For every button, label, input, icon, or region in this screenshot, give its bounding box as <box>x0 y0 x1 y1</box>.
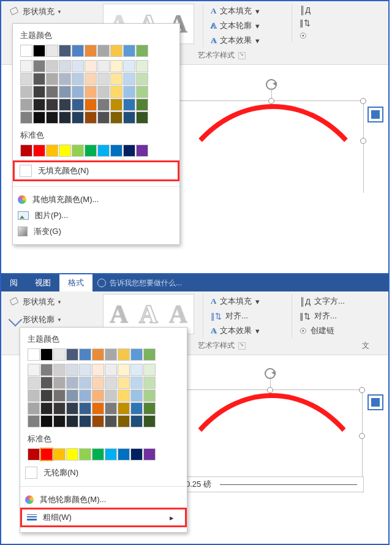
wordart-style-3[interactable]: A <box>169 299 187 329</box>
color-swatch[interactable] <box>46 111 58 124</box>
color-swatch[interactable] <box>123 99 135 111</box>
color-swatch[interactable] <box>130 348 143 361</box>
color-swatch[interactable] <box>33 111 45 124</box>
color-swatch[interactable] <box>110 99 123 111</box>
color-swatch[interactable] <box>79 348 91 361</box>
color-swatch[interactable] <box>20 73 32 85</box>
color-swatch[interactable] <box>72 111 84 124</box>
color-swatch[interactable] <box>46 99 58 111</box>
color-swatch[interactable] <box>79 377 91 389</box>
color-swatch[interactable] <box>40 448 53 460</box>
color-swatch[interactable] <box>105 415 117 427</box>
color-swatch[interactable] <box>40 389 53 402</box>
color-swatch[interactable] <box>46 73 58 85</box>
color-swatch[interactable] <box>53 348 66 361</box>
weight-item[interactable]: 粗细(W) ▸ <box>20 508 187 527</box>
align-text-button[interactable]: ‖⇅ 对齐... <box>209 309 277 323</box>
color-swatch[interactable] <box>110 86 123 98</box>
color-swatch[interactable] <box>85 99 97 111</box>
color-swatch[interactable] <box>72 145 84 157</box>
color-swatch[interactable] <box>85 73 97 85</box>
color-swatch[interactable] <box>130 448 143 460</box>
color-swatch[interactable] <box>143 389 156 402</box>
color-swatch[interactable] <box>40 364 53 376</box>
color-swatch[interactable] <box>33 145 45 157</box>
color-swatch[interactable] <box>105 402 117 415</box>
resize-handle[interactable] <box>360 138 366 144</box>
color-swatch[interactable] <box>20 145 32 157</box>
color-swatch[interactable] <box>59 111 71 124</box>
wrap-text-icon[interactable] <box>368 394 383 410</box>
color-swatch[interactable] <box>66 402 78 415</box>
color-swatch[interactable] <box>66 389 78 402</box>
dialog-launcher-icon[interactable] <box>238 52 246 59</box>
color-swatch[interactable] <box>118 364 130 376</box>
dialog-launcher-icon[interactable] <box>238 342 246 350</box>
color-swatch[interactable] <box>118 415 130 427</box>
text-outline-button[interactable]: A 文本轮廓▾ <box>209 18 277 33</box>
color-swatch[interactable] <box>143 348 156 361</box>
color-swatch[interactable] <box>110 45 123 57</box>
color-swatch[interactable] <box>28 377 40 389</box>
color-swatch[interactable] <box>66 448 78 460</box>
color-swatch[interactable] <box>59 45 71 57</box>
more-fill-colors-item[interactable]: 其他填充颜色(M)... <box>13 192 179 208</box>
color-swatch[interactable] <box>123 45 135 57</box>
color-swatch[interactable] <box>20 45 32 57</box>
color-swatch[interactable] <box>33 45 45 57</box>
color-swatch[interactable] <box>53 402 66 415</box>
color-swatch[interactable] <box>20 86 32 98</box>
color-swatch[interactable] <box>72 45 84 57</box>
color-swatch[interactable] <box>123 73 135 85</box>
text-fill-button-2[interactable]: A 文本填充▾ <box>209 294 277 309</box>
color-swatch[interactable] <box>33 73 45 85</box>
color-swatch[interactable] <box>130 389 143 402</box>
picture-fill-item[interactable]: 图片(P)... <box>13 208 179 224</box>
shape-fill-button-2[interactable]: 形状填充▼ <box>6 294 92 310</box>
color-swatch[interactable] <box>97 99 110 111</box>
color-swatch[interactable] <box>33 86 45 98</box>
text-effect-button-2[interactable]: A 文本效果▾ <box>209 323 277 338</box>
color-swatch[interactable] <box>123 145 135 157</box>
color-swatch[interactable] <box>143 364 156 376</box>
color-swatch[interactable] <box>28 415 40 427</box>
color-swatch[interactable] <box>85 145 97 157</box>
color-swatch[interactable] <box>72 86 84 98</box>
no-fill-item[interactable]: 无填充颜色(N) <box>13 160 179 181</box>
color-swatch[interactable] <box>105 448 117 460</box>
weight-flyout-row[interactable]: 0.25 磅 <box>179 476 364 492</box>
tell-me[interactable]: 告诉我您想要做什么... <box>97 278 182 288</box>
color-swatch[interactable] <box>53 389 66 402</box>
tab-view[interactable]: 视图 <box>26 274 59 291</box>
color-swatch[interactable] <box>143 402 156 415</box>
shape-outline-button[interactable]: 形状轮廓▼ <box>6 312 92 328</box>
color-swatch[interactable] <box>92 364 104 376</box>
color-swatch[interactable] <box>92 377 104 389</box>
color-swatch[interactable] <box>97 145 110 157</box>
align-button-2[interactable]: ‖⇅ 对齐... <box>298 309 346 323</box>
color-swatch[interactable] <box>59 145 71 157</box>
resize-handle[interactable] <box>268 98 274 104</box>
color-swatch[interactable] <box>40 415 53 427</box>
color-swatch[interactable] <box>110 73 123 85</box>
color-swatch[interactable] <box>33 99 45 111</box>
color-swatch[interactable] <box>136 99 148 111</box>
shape-fill-button[interactable]: 形状填充 ▼ <box>6 4 92 20</box>
color-swatch[interactable] <box>53 448 66 460</box>
resize-handle[interactable] <box>359 433 365 439</box>
color-swatch[interactable] <box>79 415 91 427</box>
color-swatch[interactable] <box>92 389 104 402</box>
color-swatch[interactable] <box>118 377 130 389</box>
color-swatch[interactable] <box>143 377 156 389</box>
more-outline-colors-item[interactable]: 其他轮廓颜色(M)... <box>20 492 187 508</box>
color-swatch[interactable] <box>97 45 110 57</box>
color-swatch[interactable] <box>46 45 58 57</box>
color-swatch[interactable] <box>123 60 135 72</box>
resize-handle[interactable] <box>267 387 273 393</box>
color-swatch[interactable] <box>136 60 148 72</box>
color-swatch[interactable] <box>105 389 117 402</box>
color-swatch[interactable] <box>136 145 148 157</box>
color-swatch[interactable] <box>130 377 143 389</box>
color-swatch[interactable] <box>66 348 78 361</box>
color-swatch[interactable] <box>110 111 123 124</box>
